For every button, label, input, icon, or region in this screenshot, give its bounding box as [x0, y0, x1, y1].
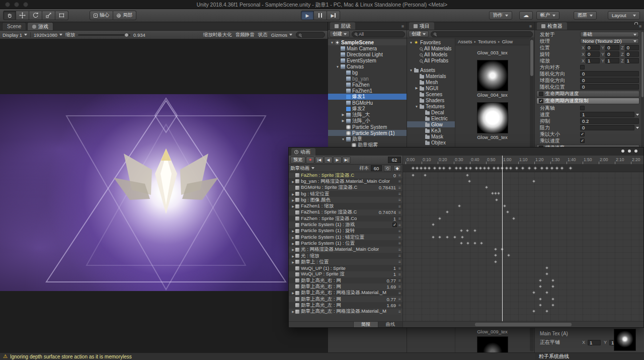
scale-tool-button[interactable] — [42, 11, 55, 20]
project-folder[interactable]: Mask — [407, 133, 455, 139]
number-field[interactable]: 0 — [605, 45, 619, 50]
hierarchy-item[interactable]: Main Camera — [328, 45, 407, 51]
tab-dopesheet[interactable]: 简报 — [353, 322, 378, 327]
expand-right-icon[interactable]: ▶ — [291, 248, 295, 251]
row-menu-icon[interactable]: ≡ — [397, 284, 403, 289]
layout-dropdown[interactable]: Layout — [608, 11, 640, 20]
add-keyframe-button[interactable]: ◇ — [384, 165, 391, 172]
expand-right-icon[interactable]: ▶ — [291, 180, 295, 183]
keyframe-icon[interactable] — [560, 166, 564, 170]
row-menu-icon[interactable]: ≡ — [397, 266, 403, 271]
project-folder[interactable]: ▼★Favorites — [407, 39, 455, 45]
maximize-on-play-toggle[interactable]: 缩放时最大化 — [203, 32, 232, 38]
hierarchy-search-input[interactable]: All — [352, 31, 405, 37]
keyframe-icon[interactable] — [503, 204, 507, 208]
project-folder[interactable]: Mesh — [407, 79, 455, 85]
keyframe-icon[interactable] — [457, 204, 461, 208]
keyframe-icon[interactable] — [538, 303, 542, 307]
tab-project[interactable]: 项目 — [409, 22, 434, 30]
anim-property-row[interactable]: ▶勋章上 : 位置≡ — [289, 259, 403, 265]
keyframe-icon[interactable] — [512, 216, 516, 220]
keyframe-icon[interactable] — [527, 166, 531, 170]
expand-down-icon[interactable]: ▼ — [409, 41, 414, 44]
anim-property-row[interactable]: ▶FaZhen1 : 缩放≡ — [289, 203, 403, 209]
row-menu-icon[interactable]: ≡ — [397, 278, 403, 283]
expand-down-icon[interactable]: ▼ — [414, 105, 419, 108]
keyframe-icon[interactable] — [485, 185, 489, 189]
keyframe-icon[interactable] — [551, 278, 555, 282]
dot-icon[interactable] — [634, 150, 637, 153]
anim-property-row[interactable]: ▶勋章上高光_右 : 网格渲染器.Material._M≡ — [289, 290, 403, 296]
expand-right-icon[interactable]: ▶ — [291, 254, 295, 258]
anim-property-row[interactable]: ▶Particle System (1) : 旋转≡ — [289, 228, 403, 234]
current-frame-field[interactable]: 62 — [388, 157, 401, 163]
go-to-start-button[interactable]: |◀ — [315, 157, 324, 164]
play-animation-button[interactable]: ▶ — [333, 157, 342, 164]
row-menu-icon[interactable]: ≡ — [397, 210, 403, 215]
display-dropdown[interactable]: Display 1 — [3, 32, 27, 38]
summary-track[interactable] — [403, 165, 643, 172]
project-folder[interactable]: Shaders — [407, 97, 455, 103]
tiling-x-field[interactable]: 1 — [588, 340, 601, 345]
row-menu-icon[interactable]: ≡ — [397, 291, 403, 296]
checkbox[interactable]: ✓ — [580, 138, 585, 143]
hand-tool-button[interactable] — [3, 11, 16, 20]
create-button[interactable]: 创建 — [409, 31, 429, 37]
number-field[interactable]: 0 — [625, 51, 639, 57]
row-menu-icon[interactable]: ≡ — [397, 309, 403, 314]
anim-property-row[interactable]: ▶bg : 图像.颜色≡ — [289, 197, 403, 203]
number-field[interactable]: 1 — [580, 112, 634, 117]
project-folder[interactable]: ▶NGUI — [407, 85, 455, 91]
row-menu-icon[interactable]: ≡ — [397, 272, 403, 277]
checkbox[interactable] — [580, 106, 585, 110]
anim-property-row[interactable]: FaZhen : Sprite 渲染器.Co1≡ — [289, 215, 403, 222]
project-folder[interactable]: KeJi — [407, 127, 455, 133]
keyframe-icon[interactable] — [532, 179, 536, 183]
number-field[interactable]: 0 — [580, 125, 634, 130]
anim-property-row[interactable]: FaZhen1 : Sprite 渲染器.C0.74074≡ — [289, 209, 403, 215]
row-menu-icon[interactable]: ≡ — [397, 173, 403, 178]
hierarchy-item[interactable]: ▼SampleScene — [328, 39, 407, 45]
asset-item[interactable] — [455, 336, 529, 352]
keyframe-icon[interactable] — [494, 259, 498, 263]
number-field[interactable]: 0 — [580, 84, 639, 90]
keyframe-icon[interactable] — [427, 166, 431, 170]
game-render-area[interactable] — [0, 39, 328, 352]
anim-property-row[interactable]: WuQi_UP (1) : Sprite1≡ — [289, 265, 403, 271]
pause-button[interactable] — [314, 11, 327, 20]
hierarchy-item[interactable]: bg — [328, 69, 407, 76]
tab-game[interactable]: 游戏 — [27, 22, 53, 30]
keyframe-icon[interactable] — [453, 235, 457, 239]
keyframe-icon[interactable] — [467, 179, 471, 183]
keyframe-icon[interactable] — [509, 166, 513, 170]
resolution-dropdown[interactable]: 1920x1080 — [34, 32, 62, 38]
pivot-toggle-button[interactable]: 轴心 — [90, 11, 113, 20]
expand-right-icon[interactable]: ▶ — [291, 236, 295, 239]
anim-property-row[interactable]: ▶光 : 缩放≡ — [289, 253, 403, 259]
tab-scene[interactable]: Scene — [2, 22, 26, 30]
keyframe-icon[interactable] — [465, 229, 469, 233]
go-to-end-button[interactable]: ▶| — [342, 157, 351, 164]
status-bar[interactable]: ⚠ Ignoring depth surface store action as… — [0, 352, 535, 360]
keyframe-icon[interactable] — [551, 303, 555, 307]
number-field[interactable]: 0 — [586, 45, 600, 50]
project-search-input[interactable] — [431, 31, 533, 37]
account-dropdown[interactable]: 帐户 — [536, 11, 559, 20]
number-field[interactable]: 1 — [625, 58, 639, 63]
row-menu-icon[interactable]: ≡ — [397, 297, 403, 302]
keyframe-icon[interactable] — [555, 166, 559, 170]
dropdown-field[interactable]: None (Texture 2D) — [580, 38, 639, 44]
expand-right-icon[interactable]: ▶ — [291, 204, 295, 208]
number-field[interactable]: 0 — [605, 51, 619, 57]
caret-down-icon[interactable] — [636, 127, 639, 129]
keyframe-icon[interactable] — [538, 284, 542, 289]
row-menu-icon[interactable]: ≡ — [397, 229, 403, 234]
expand-right-icon[interactable]: ▶ — [291, 310, 295, 313]
row-menu-icon[interactable]: ≡ — [397, 253, 403, 258]
lock-icon[interactable] — [634, 24, 635, 29]
tab-curves[interactable]: 曲线 — [378, 322, 403, 327]
hierarchy-item[interactable]: Particle System — [328, 124, 407, 130]
checkbox[interactable] — [580, 65, 585, 69]
number-field[interactable]: 0 — [625, 45, 639, 50]
asset-item[interactable]: Glow_003_tex — [455, 50, 529, 55]
